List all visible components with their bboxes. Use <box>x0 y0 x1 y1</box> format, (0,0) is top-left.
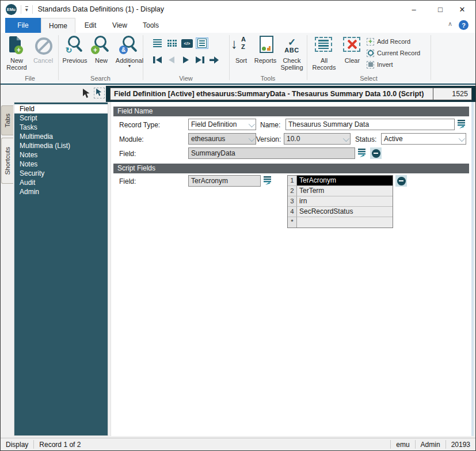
select-all-pointer-icon[interactable] <box>94 88 105 98</box>
reports-button[interactable]: Reports <box>253 35 278 64</box>
lookup-list-icon[interactable] <box>357 147 368 159</box>
group-divider <box>431 35 431 80</box>
clear-selection-icon <box>341 35 364 56</box>
status-combo[interactable]: Active <box>381 133 466 145</box>
row-value[interactable]: TerAcronym <box>297 176 393 185</box>
row-value[interactable]: TerTerm <box>297 186 393 196</box>
view-list-button[interactable] <box>151 37 163 49</box>
sort-button[interactable]: ↓ AZ Sort <box>230 35 252 64</box>
maximize-button[interactable]: □ <box>431 1 450 18</box>
tab-file[interactable]: File <box>5 18 41 33</box>
script-field-label: Field: <box>119 177 136 185</box>
sidebar-item-script[interactable]: Script <box>14 113 108 123</box>
minus-icon <box>397 177 406 185</box>
tab-view[interactable]: View <box>105 18 134 33</box>
grid-row[interactable]: 4 SecRecordStatus <box>288 207 393 217</box>
module-label: Module: <box>119 135 144 143</box>
status-bar: Display Record 1 of 2 emu Admin 20193 <box>1 438 475 450</box>
version-combo[interactable]: 10.0 <box>284 133 351 145</box>
sidebar-item-multimedia[interactable]: Multimedia <box>14 132 108 141</box>
lookup-list-icon[interactable] <box>456 119 468 130</box>
tab-home[interactable]: Home <box>41 18 75 33</box>
tab-edit[interactable]: Edit <box>77 18 104 33</box>
row-number: 3 <box>288 196 297 206</box>
current-record-icon <box>367 50 374 57</box>
select-group-label: Select <box>307 75 431 82</box>
quick-access-caret-icon[interactable]: ▾ <box>25 6 28 13</box>
goto-arrow-icon <box>208 54 220 66</box>
lookup-list-icon[interactable] <box>262 175 274 187</box>
app-logo-icon: EMu <box>6 4 17 15</box>
status-port: 20193 <box>446 441 475 449</box>
row-number: 1 <box>288 176 297 185</box>
sidebar-item-tasks[interactable]: Tasks <box>14 123 108 132</box>
sidebar-item-notes-2[interactable]: Notes <box>14 160 108 169</box>
group-divider <box>58 35 59 80</box>
grid-row[interactable]: 2 TerTerm <box>288 186 393 196</box>
last-record-button[interactable] <box>193 54 206 66</box>
add-record-button[interactable]: + Add Record <box>367 36 430 47</box>
ribbon: + New Record Cancel File ↻ Previous + Ne… <box>1 33 475 85</box>
select-pointer-icon[interactable] <box>81 88 91 101</box>
invert-selection-button[interactable]: Invert <box>367 59 430 70</box>
next-record-button[interactable] <box>180 54 192 66</box>
new-record-button[interactable]: + New Record <box>3 35 30 71</box>
record-summary: Field Definition [Active] ethesaurus:Sum… <box>110 88 436 100</box>
sort-icon: ↓ AZ <box>230 35 253 56</box>
sidebar-item-field[interactable]: Field <box>14 104 108 113</box>
side-tab-shortcuts[interactable]: Shortcuts <box>1 138 13 184</box>
sidebar-item-admin[interactable]: Admin <box>14 187 108 196</box>
collapse-ribbon-icon[interactable]: ∧ <box>448 20 452 28</box>
titlebar-divider <box>32 5 33 14</box>
grid-row[interactable]: 1 TerAcronym <box>288 176 393 186</box>
next-record-icon <box>180 54 192 66</box>
tab-tools[interactable]: Tools <box>135 18 166 33</box>
check-spelling-button[interactable]: ✓ ABC Check Spelling <box>278 35 306 71</box>
title-bar: EMu ▾ Standards Data Definitions (1) - D… <box>1 1 475 18</box>
search-previous-button[interactable]: ↻ Previous <box>60 35 89 64</box>
side-tab-tabs[interactable]: Tabs <box>1 105 13 135</box>
record-type-combo[interactable]: Field Definition <box>188 119 256 130</box>
row-value[interactable]: SecRecordStatus <box>297 207 393 217</box>
goto-record-button[interactable] <box>208 54 220 66</box>
minimize-button[interactable]: – <box>404 1 424 18</box>
sidebar-item-security[interactable]: Security <box>14 169 108 178</box>
close-button[interactable]: ✕ <box>452 1 472 18</box>
script-fields-grid: 1 TerAcronym 2 TerTerm 3 irn 4 SecRecord… <box>287 175 393 228</box>
help-button[interactable]: ? <box>459 20 469 30</box>
clear-button[interactable]: Clear <box>340 35 364 64</box>
remove-grid-row-button[interactable] <box>395 175 407 187</box>
status-service: emu <box>391 441 414 449</box>
sidebar-item-multimedia-list[interactable]: Multimedia (List) <box>14 141 108 150</box>
search-additional-button[interactable]: & Additional ▾ <box>113 35 146 68</box>
sidebar-item-notes[interactable]: Notes <box>14 150 108 160</box>
current-record-button[interactable]: Current Record <box>367 48 430 58</box>
module-combo[interactable]: ethesaurus <box>188 133 256 145</box>
remove-value-button[interactable] <box>370 147 382 159</box>
first-record-button[interactable] <box>151 54 164 66</box>
row-value[interactable]: irn <box>297 196 393 206</box>
view-group-label: View <box>143 75 229 82</box>
chevron-down-icon <box>249 121 255 127</box>
list-view-icon <box>153 38 162 48</box>
row-value[interactable] <box>297 217 393 228</box>
add-record-icon: + <box>367 38 374 46</box>
status-record-position: Record 1 of 2 <box>34 441 86 449</box>
group-divider <box>307 35 307 80</box>
search-previous-icon: ↻ <box>63 35 86 56</box>
name-input[interactable]: Thesaurus Summary Data <box>285 119 455 130</box>
tools-group-label: Tools <box>229 75 307 82</box>
view-details-button[interactable] <box>196 37 208 49</box>
grid-row[interactable]: 3 irn <box>288 196 393 207</box>
view-xml-button[interactable]: </> <box>181 37 193 49</box>
field-input[interactable]: SummaryData <box>188 147 355 159</box>
view-grid-button[interactable] <box>166 37 178 49</box>
script-field-input[interactable]: TerAcronym <box>188 175 261 187</box>
sidebar-item-audit[interactable]: Audit <box>14 178 108 187</box>
grid-row-new[interactable]: * <box>288 217 393 228</box>
previous-record-icon <box>166 54 178 66</box>
titlebar-divider <box>21 5 21 14</box>
search-new-button[interactable]: + New <box>91 35 112 64</box>
all-records-button[interactable]: All Records <box>310 35 338 71</box>
version-label: Version: <box>256 135 281 143</box>
